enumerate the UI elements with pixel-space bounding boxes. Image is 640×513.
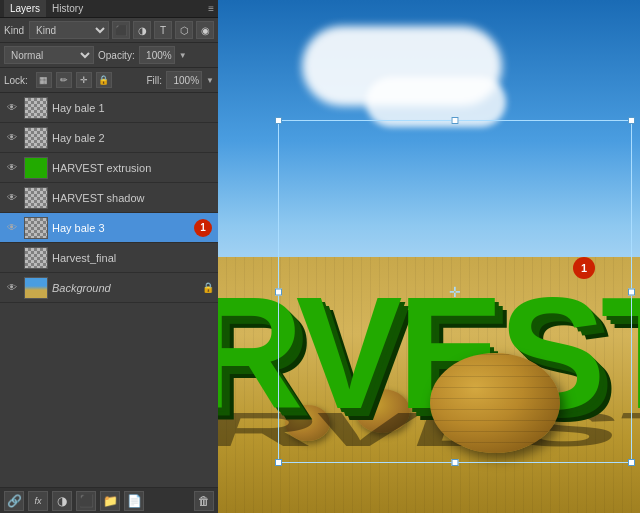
lock-transparent-icon[interactable]: ▦ [36, 72, 52, 88]
filter-type-icon[interactable]: T [154, 21, 172, 39]
opacity-arrow[interactable]: ▼ [179, 51, 187, 60]
blend-mode-select[interactable]: Normal Multiply Screen [4, 46, 94, 64]
layer-name-label: HARVEST extrusion [52, 162, 214, 174]
link-layers-button[interactable]: 🔗 [4, 491, 24, 511]
layer-item[interactable]: 👁Hay bale 2 [0, 123, 218, 153]
add-effect-button[interactable]: fx [28, 491, 48, 511]
opacity-input[interactable] [139, 46, 175, 64]
canvas-badge: 1 [573, 257, 595, 279]
layer-thumbnail [24, 97, 48, 119]
layer-visibility-icon[interactable] [4, 250, 20, 266]
transform-box: ✛ [278, 120, 632, 463]
handle-ml[interactable] [275, 288, 282, 295]
kind-row: Kind Kind ⬛ ◑ T ⬡ ◉ [0, 18, 218, 43]
lock-paint-icon[interactable]: ✏ [56, 72, 72, 88]
layer-name-label: Background [52, 282, 198, 294]
layer-item[interactable]: Harvest_final [0, 243, 218, 273]
layer-item[interactable]: 👁HARVEST shadow [0, 183, 218, 213]
fill-label: Fill: [147, 75, 163, 86]
add-mask-button[interactable]: ◑ [52, 491, 72, 511]
layer-lock-icon: 🔒 [202, 282, 214, 293]
filter-smart-icon[interactable]: ◉ [196, 21, 214, 39]
tab-layers[interactable]: Layers [4, 0, 46, 17]
lock-position-icon[interactable]: ✛ [76, 72, 92, 88]
layer-thumbnail [24, 247, 48, 269]
transform-center: ✛ [449, 284, 461, 300]
lock-label: Lock: [4, 75, 28, 86]
tab-history[interactable]: History [46, 0, 89, 17]
lock-all-icon[interactable]: 🔒 [96, 72, 112, 88]
layer-name-label: Hay bale 2 [52, 132, 214, 144]
layer-item[interactable]: 👁Hay bale 1 [0, 93, 218, 123]
layer-item[interactable]: 👁Background🔒 [0, 273, 218, 303]
layer-item[interactable]: 👁Hay bale 31 [0, 213, 218, 243]
kind-select[interactable]: Kind [29, 21, 109, 39]
layer-thumbnail [24, 277, 48, 299]
layer-item[interactable]: 👁HARVEST extrusion [0, 153, 218, 183]
filter-shape-icon[interactable]: ⬡ [175, 21, 193, 39]
handle-tl[interactable] [275, 117, 282, 124]
canvas-background: RVEST RVEST ✛ 1 [218, 0, 640, 513]
panel-menu-icon[interactable]: ≡ [208, 3, 214, 14]
panel-toolbar: 🔗 fx ◑ ⬛ 📁 📄 🗑 [0, 487, 218, 513]
fill-input[interactable] [166, 71, 202, 89]
layer-thumbnail [24, 187, 48, 209]
blend-row: Normal Multiply Screen Opacity: ▼ [0, 43, 218, 68]
kind-label: Kind [4, 25, 24, 36]
layer-name-label: Harvest_final [52, 252, 214, 264]
add-adjustment-button[interactable]: ⬛ [76, 491, 96, 511]
canvas-area: RVEST RVEST ✛ 1 [218, 0, 640, 513]
handle-bc[interactable] [452, 459, 459, 466]
layer-list: 👁Hay bale 1👁Hay bale 2👁HARVEST extrusion… [0, 93, 218, 487]
layer-thumbnail [24, 127, 48, 149]
opacity-label: Opacity: [98, 50, 135, 61]
layer-badge: 1 [194, 219, 212, 237]
filter-pixel-icon[interactable]: ⬛ [112, 21, 130, 39]
layer-name-label: Hay bale 1 [52, 102, 214, 114]
layer-visibility-icon[interactable]: 👁 [4, 130, 20, 146]
layers-panel: Layers History ≡ Kind Kind ⬛ ◑ T ⬡ ◉ Nor… [0, 0, 218, 513]
lock-row: Lock: ▦ ✏ ✛ 🔒 Fill: ▼ [0, 68, 218, 93]
layer-thumbnail [24, 217, 48, 239]
layer-visibility-icon[interactable]: 👁 [4, 280, 20, 296]
layer-thumbnail [24, 157, 48, 179]
new-group-button[interactable]: 📁 [100, 491, 120, 511]
tab-bar: Layers History ≡ [0, 0, 218, 18]
layer-visibility-icon[interactable]: 👁 [4, 190, 20, 206]
filter-adjust-icon[interactable]: ◑ [133, 21, 151, 39]
layer-visibility-icon[interactable]: 👁 [4, 220, 20, 236]
handle-tr[interactable] [628, 117, 635, 124]
handle-bl[interactable] [275, 459, 282, 466]
layer-visibility-icon[interactable]: 👁 [4, 100, 20, 116]
handle-br[interactable] [628, 459, 635, 466]
handle-tc[interactable] [452, 117, 459, 124]
delete-layer-button[interactable]: 🗑 [194, 491, 214, 511]
layer-name-label: Hay bale 3 [52, 222, 214, 234]
layer-name-label: HARVEST shadow [52, 192, 214, 204]
new-layer-button[interactable]: 📄 [124, 491, 144, 511]
layer-visibility-icon[interactable]: 👁 [4, 160, 20, 176]
handle-mr[interactable] [628, 288, 635, 295]
fill-arrow[interactable]: ▼ [206, 76, 214, 85]
